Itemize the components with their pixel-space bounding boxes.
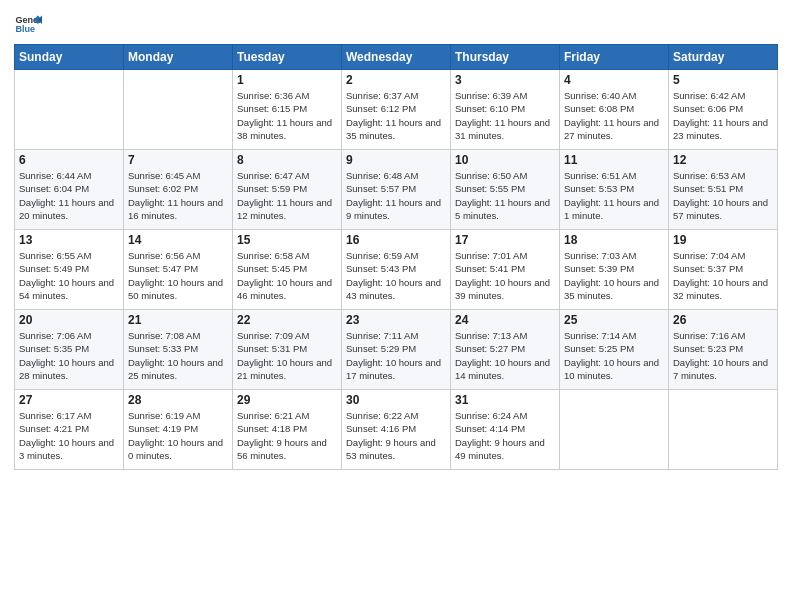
calendar-cell: 19Sunrise: 7:04 AMSunset: 5:37 PMDayligh… [669,230,778,310]
calendar-cell: 3Sunrise: 6:39 AMSunset: 6:10 PMDaylight… [451,70,560,150]
calendar-cell: 22Sunrise: 7:09 AMSunset: 5:31 PMDayligh… [233,310,342,390]
calendar-cell: 15Sunrise: 6:58 AMSunset: 5:45 PMDayligh… [233,230,342,310]
day-header-friday: Friday [560,45,669,70]
calendar-table: SundayMondayTuesdayWednesdayThursdayFrid… [14,44,778,470]
day-number: 21 [128,313,228,327]
cell-text: Sunrise: 6:21 AMSunset: 4:18 PMDaylight:… [237,409,337,462]
calendar-cell: 23Sunrise: 7:11 AMSunset: 5:29 PMDayligh… [342,310,451,390]
cell-text: Sunrise: 7:08 AMSunset: 5:33 PMDaylight:… [128,329,228,382]
logo-icon: General Blue [14,10,42,38]
day-number: 4 [564,73,664,87]
logo: General Blue [14,10,44,38]
calendar-cell: 2Sunrise: 6:37 AMSunset: 6:12 PMDaylight… [342,70,451,150]
cell-text: Sunrise: 7:09 AMSunset: 5:31 PMDaylight:… [237,329,337,382]
calendar-cell: 30Sunrise: 6:22 AMSunset: 4:16 PMDayligh… [342,390,451,470]
cell-text: Sunrise: 7:01 AMSunset: 5:41 PMDaylight:… [455,249,555,302]
calendar-cell [669,390,778,470]
cell-text: Sunrise: 7:16 AMSunset: 5:23 PMDaylight:… [673,329,773,382]
calendar-cell: 4Sunrise: 6:40 AMSunset: 6:08 PMDaylight… [560,70,669,150]
day-number: 26 [673,313,773,327]
week-row-4: 20Sunrise: 7:06 AMSunset: 5:35 PMDayligh… [15,310,778,390]
day-number: 18 [564,233,664,247]
day-number: 12 [673,153,773,167]
day-number: 22 [237,313,337,327]
calendar-cell: 16Sunrise: 6:59 AMSunset: 5:43 PMDayligh… [342,230,451,310]
day-number: 1 [237,73,337,87]
day-number: 3 [455,73,555,87]
cell-text: Sunrise: 6:55 AMSunset: 5:49 PMDaylight:… [19,249,119,302]
day-number: 14 [128,233,228,247]
day-number: 7 [128,153,228,167]
day-number: 29 [237,393,337,407]
svg-text:Blue: Blue [15,24,35,34]
calendar-cell: 8Sunrise: 6:47 AMSunset: 5:59 PMDaylight… [233,150,342,230]
cell-text: Sunrise: 7:04 AMSunset: 5:37 PMDaylight:… [673,249,773,302]
day-number: 28 [128,393,228,407]
calendar-cell: 26Sunrise: 7:16 AMSunset: 5:23 PMDayligh… [669,310,778,390]
cell-text: Sunrise: 6:51 AMSunset: 5:53 PMDaylight:… [564,169,664,222]
cell-text: Sunrise: 6:19 AMSunset: 4:19 PMDaylight:… [128,409,228,462]
day-number: 5 [673,73,773,87]
cell-text: Sunrise: 7:13 AMSunset: 5:27 PMDaylight:… [455,329,555,382]
calendar-cell: 25Sunrise: 7:14 AMSunset: 5:25 PMDayligh… [560,310,669,390]
cell-text: Sunrise: 6:37 AMSunset: 6:12 PMDaylight:… [346,89,446,142]
calendar-cell [124,70,233,150]
day-number: 10 [455,153,555,167]
day-header-monday: Monday [124,45,233,70]
day-number: 27 [19,393,119,407]
cell-text: Sunrise: 7:11 AMSunset: 5:29 PMDaylight:… [346,329,446,382]
calendar-cell: 6Sunrise: 6:44 AMSunset: 6:04 PMDaylight… [15,150,124,230]
calendar-cell: 24Sunrise: 7:13 AMSunset: 5:27 PMDayligh… [451,310,560,390]
calendar-cell: 9Sunrise: 6:48 AMSunset: 5:57 PMDaylight… [342,150,451,230]
cell-text: Sunrise: 6:36 AMSunset: 6:15 PMDaylight:… [237,89,337,142]
calendar-cell: 12Sunrise: 6:53 AMSunset: 5:51 PMDayligh… [669,150,778,230]
calendar-cell: 21Sunrise: 7:08 AMSunset: 5:33 PMDayligh… [124,310,233,390]
cell-text: Sunrise: 6:53 AMSunset: 5:51 PMDaylight:… [673,169,773,222]
calendar-cell: 5Sunrise: 6:42 AMSunset: 6:06 PMDaylight… [669,70,778,150]
calendar-cell: 20Sunrise: 7:06 AMSunset: 5:35 PMDayligh… [15,310,124,390]
page: General Blue SundayMondayTuesdayWednesda… [0,0,792,612]
week-row-3: 13Sunrise: 6:55 AMSunset: 5:49 PMDayligh… [15,230,778,310]
week-row-5: 27Sunrise: 6:17 AMSunset: 4:21 PMDayligh… [15,390,778,470]
day-header-saturday: Saturday [669,45,778,70]
cell-text: Sunrise: 6:48 AMSunset: 5:57 PMDaylight:… [346,169,446,222]
day-header-wednesday: Wednesday [342,45,451,70]
cell-text: Sunrise: 6:44 AMSunset: 6:04 PMDaylight:… [19,169,119,222]
calendar-cell: 27Sunrise: 6:17 AMSunset: 4:21 PMDayligh… [15,390,124,470]
calendar-cell: 28Sunrise: 6:19 AMSunset: 4:19 PMDayligh… [124,390,233,470]
calendar-header-row: SundayMondayTuesdayWednesdayThursdayFrid… [15,45,778,70]
cell-text: Sunrise: 6:24 AMSunset: 4:14 PMDaylight:… [455,409,555,462]
calendar-cell: 29Sunrise: 6:21 AMSunset: 4:18 PMDayligh… [233,390,342,470]
day-number: 19 [673,233,773,247]
day-number: 6 [19,153,119,167]
calendar-cell [15,70,124,150]
cell-text: Sunrise: 7:14 AMSunset: 5:25 PMDaylight:… [564,329,664,382]
day-header-tuesday: Tuesday [233,45,342,70]
cell-text: Sunrise: 6:40 AMSunset: 6:08 PMDaylight:… [564,89,664,142]
cell-text: Sunrise: 7:03 AMSunset: 5:39 PMDaylight:… [564,249,664,302]
calendar-cell [560,390,669,470]
calendar-cell: 14Sunrise: 6:56 AMSunset: 5:47 PMDayligh… [124,230,233,310]
day-number: 25 [564,313,664,327]
calendar-cell: 18Sunrise: 7:03 AMSunset: 5:39 PMDayligh… [560,230,669,310]
cell-text: Sunrise: 6:17 AMSunset: 4:21 PMDaylight:… [19,409,119,462]
day-number: 20 [19,313,119,327]
calendar-cell: 1Sunrise: 6:36 AMSunset: 6:15 PMDaylight… [233,70,342,150]
cell-text: Sunrise: 7:06 AMSunset: 5:35 PMDaylight:… [19,329,119,382]
cell-text: Sunrise: 6:42 AMSunset: 6:06 PMDaylight:… [673,89,773,142]
week-row-1: 1Sunrise: 6:36 AMSunset: 6:15 PMDaylight… [15,70,778,150]
cell-text: Sunrise: 6:59 AMSunset: 5:43 PMDaylight:… [346,249,446,302]
calendar-cell: 10Sunrise: 6:50 AMSunset: 5:55 PMDayligh… [451,150,560,230]
day-number: 30 [346,393,446,407]
cell-text: Sunrise: 6:47 AMSunset: 5:59 PMDaylight:… [237,169,337,222]
day-number: 13 [19,233,119,247]
header: General Blue [14,10,778,38]
day-header-thursday: Thursday [451,45,560,70]
day-number: 9 [346,153,446,167]
cell-text: Sunrise: 6:58 AMSunset: 5:45 PMDaylight:… [237,249,337,302]
calendar-cell: 7Sunrise: 6:45 AMSunset: 6:02 PMDaylight… [124,150,233,230]
cell-text: Sunrise: 6:22 AMSunset: 4:16 PMDaylight:… [346,409,446,462]
cell-text: Sunrise: 6:39 AMSunset: 6:10 PMDaylight:… [455,89,555,142]
cell-text: Sunrise: 6:56 AMSunset: 5:47 PMDaylight:… [128,249,228,302]
day-number: 2 [346,73,446,87]
